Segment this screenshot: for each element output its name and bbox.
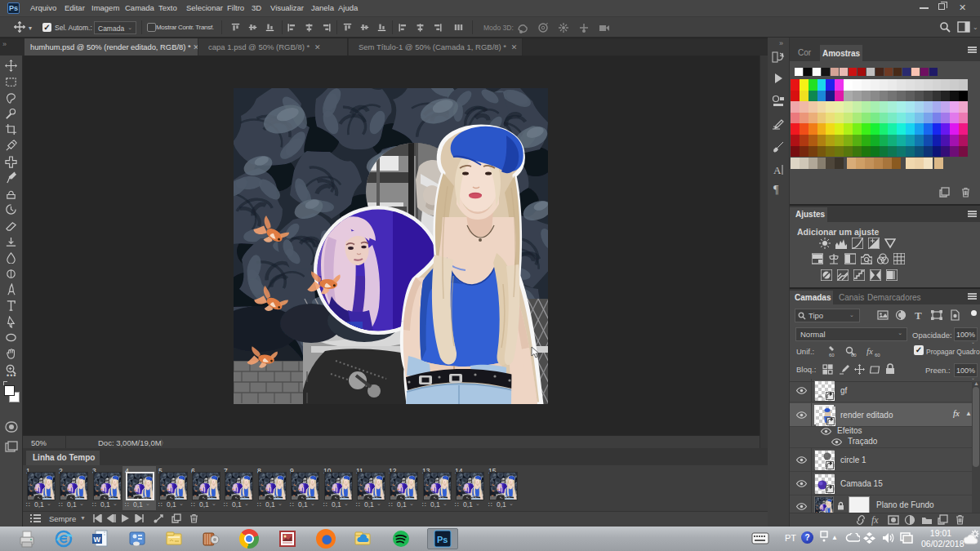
svg-text:¶: ¶ (773, 184, 779, 196)
svg-text:60: 60 (875, 353, 880, 358)
svg-text:60: 60 (851, 353, 857, 358)
svg-text:fx: fx (866, 346, 873, 356)
svg-text:A: A (773, 164, 782, 176)
svg-text:60: 60 (829, 353, 835, 358)
svg-text:Ps: Ps (437, 535, 448, 544)
svg-text:T: T (915, 309, 922, 321)
svg-text:W: W (94, 535, 101, 544)
svg-text:fx: fx (871, 514, 879, 526)
